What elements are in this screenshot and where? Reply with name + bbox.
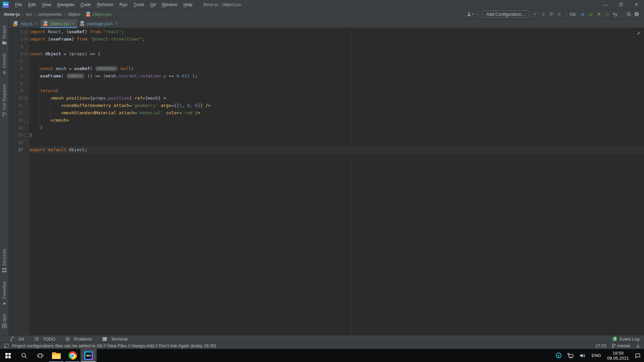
webstorm-button[interactable]: WS — [80, 349, 97, 362]
search-everywhere-icon[interactable] — [625, 10, 633, 18]
todo-icon — [34, 337, 41, 341]
tab-Object.jsx[interactable]: JSXObject.jsx× — [41, 19, 77, 28]
sidebar-item-project[interactable]: Project — [2, 25, 7, 46]
language-indicator[interactable]: ENG — [592, 353, 601, 358]
tab-close-icon[interactable]: × — [71, 21, 75, 26]
restore-button[interactable] — [613, 0, 629, 9]
rollback-icon[interactable] — [611, 10, 619, 18]
breadcrumb-separator: › — [81, 12, 86, 17]
file-type-icon: JSX — [43, 21, 48, 26]
fold-start-icon[interactable] — [23, 52, 29, 56]
git-branch-widget[interactable]: master — [611, 343, 631, 348]
menu-window[interactable]: Window — [159, 0, 180, 9]
menu-run[interactable]: Run — [116, 0, 130, 9]
file-explorer-button[interactable] — [48, 349, 64, 362]
tab-close-icon[interactable]: × — [35, 21, 38, 26]
breadcrumb-separator: › — [62, 12, 67, 17]
breadcrumb-item[interactable]: three-js — [3, 12, 20, 17]
sidebar-item-favorites[interactable]: Favorites★ — [2, 281, 7, 306]
action-center-icon[interactable] — [635, 353, 641, 358]
menu-refactor[interactable]: Refactor — [94, 0, 116, 9]
fold-end-icon[interactable] — [23, 118, 29, 122]
fold-start-icon[interactable] — [23, 30, 29, 34]
start-button[interactable] — [0, 349, 16, 362]
close-button[interactable]: × — [629, 0, 644, 9]
tab-App.js[interactable]: JSApp.js× — [11, 19, 41, 28]
event-log-button[interactable]: 2 Event Log — [612, 337, 639, 342]
tool-windows-toggle-icon[interactable] — [4, 344, 9, 348]
status-message[interactable]: Project configurations files can be adde… — [12, 343, 216, 348]
stop-icon[interactable] — [555, 10, 564, 18]
fold-start-icon[interactable] — [23, 38, 29, 41]
breadcrumb-item[interactable]: src — [25, 12, 32, 17]
chrome-button[interactable] — [64, 349, 80, 362]
debug-icon[interactable] — [539, 10, 547, 18]
tab-package.json[interactable]: npmpackage.json× — [77, 19, 120, 28]
line-number: 7 — [9, 72, 23, 80]
terminal-label: Terminal — [111, 337, 127, 342]
inspections-ok-icon[interactable]: ✔ — [637, 30, 641, 36]
fold-start-icon[interactable] — [23, 97, 29, 100]
volume-icon[interactable] — [580, 353, 586, 358]
toolwindow-todo[interactable]: TODO — [34, 337, 55, 342]
line-number: 14 — [9, 124, 23, 131]
line-number: 2 — [9, 36, 23, 43]
code-editor[interactable]: 1import React, {useRef} from "react";2im… — [9, 28, 644, 335]
minimize-button[interactable]: — — [598, 0, 613, 9]
code-line-10: 10 <mesh position={props.position} ref={… — [9, 95, 644, 102]
task-view-button[interactable] — [32, 349, 48, 362]
taskbar-clock[interactable]: 18:59 08.05.2021 — [607, 351, 629, 361]
code-text: ) — [29, 124, 43, 131]
run-with-coverage-icon[interactable] — [547, 10, 555, 18]
run-icon[interactable] — [531, 10, 539, 18]
menu-code[interactable]: Code — [77, 0, 94, 9]
taskbar-search-button[interactable] — [16, 349, 32, 362]
fold-end-icon[interactable] — [23, 133, 29, 137]
menu-git[interactable]: Git — [147, 0, 159, 9]
line-number: 5 — [9, 58, 23, 65]
menu-tools[interactable]: Tools — [130, 0, 147, 9]
network-icon[interactable] — [568, 353, 574, 358]
sidebar-item-pull-requests[interactable]: Pull Requests — [2, 84, 7, 118]
problems-label: Problems — [74, 337, 92, 342]
menu-edit[interactable]: Edit — [25, 0, 39, 9]
chevron-down-icon: ▾ — [472, 12, 474, 16]
settings-gear-icon[interactable] — [633, 10, 641, 18]
breadcrumb[interactable]: three-js›src›components›Object›JSXObject… — [0, 12, 111, 17]
breadcrumb-separator: › — [33, 12, 37, 17]
npm-icon — [2, 323, 7, 329]
caret-position[interactable]: 17:23 — [595, 343, 606, 348]
toolwindow-terminal[interactable]: Terminal — [102, 337, 127, 342]
sidebar-item-commit[interactable]: Commit — [2, 54, 7, 76]
menu-view[interactable]: View — [39, 0, 54, 9]
sidebar-item-npm[interactable]: npm — [2, 314, 7, 329]
menu-file[interactable]: File — [12, 0, 25, 9]
event-count-badge: 2 — [612, 337, 617, 341]
history-icon[interactable] — [603, 10, 611, 18]
menu-navigate[interactable]: Navigate — [54, 0, 77, 9]
navigation-toolbar: three-js›src›components›Object›JSXObject… — [0, 9, 644, 19]
eset-antivirus-icon[interactable]: e — [556, 353, 561, 358]
stripe-label: Project — [2, 25, 7, 39]
file-type-icon: npm — [80, 21, 85, 26]
tab-close-icon[interactable]: × — [115, 21, 118, 26]
sidebar-item-structure[interactable]: Structure — [2, 249, 7, 274]
git-update-icon[interactable] — [579, 10, 587, 18]
parameter-hint: callback: — [66, 73, 85, 78]
breadcrumb-item[interactable]: components — [37, 12, 62, 17]
toolwindow-problems[interactable]: !Problems — [65, 337, 92, 342]
git-commit-icon[interactable] — [587, 10, 595, 18]
favorites-icon: ★ — [2, 300, 6, 306]
breadcrumb-item[interactable]: Object — [67, 12, 81, 17]
write-access-lock-icon[interactable] — [636, 344, 640, 348]
line-number: 13 — [9, 117, 23, 124]
code-line-2: 2import {useFrame} from "@react-three/fi… — [9, 36, 644, 43]
toolwindow-git[interactable]: Git — [10, 337, 24, 342]
add-configuration-button[interactable]: Add Configuration... — [482, 10, 529, 18]
breadcrumb-file[interactable]: Object.jsx — [91, 12, 111, 17]
code-line-14: 14 ) — [9, 124, 644, 131]
user-account-icon[interactable]: ▾ — [466, 10, 474, 18]
menu-help[interactable]: Help — [180, 0, 196, 9]
branch-icon — [611, 343, 616, 348]
git-push-icon[interactable] — [595, 10, 603, 18]
